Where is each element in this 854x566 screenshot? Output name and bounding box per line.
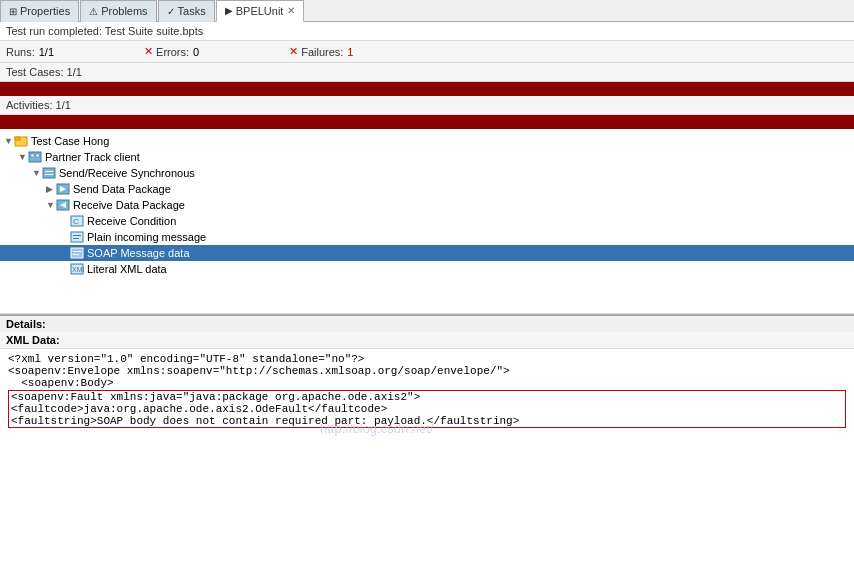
tasks-icon: ✓ xyxy=(167,6,175,17)
test-cases-fill xyxy=(0,82,854,96)
xml-line-2: <soapenv:Envelope xmlns:soapenv="http://… xyxy=(8,365,846,377)
tree-item-test-case-hong[interactable]: ▼ Test Case Hong xyxy=(0,133,854,149)
expand-arrow-hong: ▼ xyxy=(4,136,14,146)
svg-rect-18 xyxy=(73,251,81,252)
details-label: Details: xyxy=(6,318,46,330)
xml-line-5: <faultcode>java:org.apache.ode.axis2.Ode… xyxy=(8,403,846,415)
expand-arrow-plain xyxy=(60,232,70,242)
metrics-row: Runs: 1/1 ✕ Errors: 0 ✕ Failures: 1 xyxy=(0,41,854,63)
tree-section: ▼ Test Case Hong ▼ Partner Track client … xyxy=(0,129,854,314)
runs-value: 1/1 xyxy=(39,46,54,58)
svg-text:C: C xyxy=(73,217,79,226)
expand-arrow-partner: ▼ xyxy=(18,152,28,162)
test-case-hong-label: Test Case Hong xyxy=(31,135,109,147)
xml-section[interactable]: <?xml version="1.0" encoding="UTF-8" sta… xyxy=(0,349,854,566)
tree-item-send-data[interactable]: ▶ Send Data Package xyxy=(0,181,854,197)
receive-condition-label: Receive Condition xyxy=(87,215,176,227)
tree-item-receive-data[interactable]: ▼ Receive Data Package xyxy=(0,197,854,213)
tab-bpelunit[interactable]: ▶ BPELUnit ✕ xyxy=(216,0,305,22)
status-message: Test run completed: Test Suite suite.bpt… xyxy=(6,25,203,37)
tab-tasks-label: Tasks xyxy=(178,5,206,17)
tab-problems[interactable]: ⚠ Problems xyxy=(80,0,156,22)
failures-icon: ✕ xyxy=(289,45,298,58)
activities-fill xyxy=(0,115,854,129)
tree-item-receive-condition[interactable]: C Receive Condition xyxy=(0,213,854,229)
runs-metric: Runs: 1/1 xyxy=(6,46,54,58)
expand-arrow-condition xyxy=(60,216,70,226)
svg-rect-19 xyxy=(73,254,79,255)
svg-rect-5 xyxy=(43,168,55,178)
failures-value: 1 xyxy=(347,46,353,58)
failures-label: Failures: xyxy=(301,46,343,58)
tab-bar: ⊞ Properties ⚠ Problems ✓ Tasks ▶ BPELUn… xyxy=(0,0,854,22)
details-section-bar: Details: xyxy=(0,314,854,332)
activities-progress xyxy=(0,115,854,129)
tab-bpelunit-label: BPELUnit xyxy=(236,5,284,17)
expand-arrow-receive-data: ▼ xyxy=(46,200,56,210)
send-data-icon xyxy=(56,182,70,196)
runs-label: Runs: xyxy=(6,46,35,58)
tree-item-literal-xml[interactable]: XML Literal XML data xyxy=(0,261,854,277)
xml-line-6: <faultstring>SOAP body does not contain … xyxy=(8,415,846,428)
expand-arrow-soap xyxy=(60,248,70,258)
test-cases-text: Test Cases: 1/1 xyxy=(6,66,82,78)
tab-properties[interactable]: ⊞ Properties xyxy=(0,0,79,22)
main-container: Test run completed: Test Suite suite.bpt… xyxy=(0,22,854,566)
properties-icon: ⊞ xyxy=(9,6,17,17)
errors-metric: ✕ Errors: 0 xyxy=(144,45,199,58)
receive-data-icon xyxy=(56,198,70,212)
xml-data-label: XML Data: xyxy=(6,334,60,346)
errors-value: 0 xyxy=(193,46,199,58)
tab-problems-label: Problems xyxy=(101,5,147,17)
send-receive-icon xyxy=(42,166,56,180)
test-cases-label: Test Cases: 1/1 xyxy=(0,63,854,82)
plain-message-icon xyxy=(70,230,84,244)
svg-rect-14 xyxy=(71,232,83,242)
status-bar: Test run completed: Test Suite suite.bpt… xyxy=(0,22,854,41)
tree-item-plain-message[interactable]: Plain incoming message xyxy=(0,229,854,245)
bpelunit-icon: ▶ xyxy=(225,5,233,16)
xml-data-label-row: XML Data: xyxy=(0,332,854,349)
tree-item-send-receive[interactable]: ▼ Send/Receive Synchronous xyxy=(0,165,854,181)
test-cases-progress xyxy=(0,82,854,96)
errors-label: Errors: xyxy=(156,46,189,58)
xml-line-3: <soapenv:Body> xyxy=(8,377,846,389)
problems-icon: ⚠ xyxy=(89,6,98,17)
expand-arrow-send-data: ▶ xyxy=(46,184,56,194)
tab-tasks[interactable]: ✓ Tasks xyxy=(158,0,215,22)
svg-text:XML: XML xyxy=(72,266,84,273)
svg-rect-17 xyxy=(71,248,83,258)
expand-arrow-literal xyxy=(60,264,70,274)
plain-message-label: Plain incoming message xyxy=(87,231,206,243)
test-case-hong-icon xyxy=(14,134,28,148)
svg-rect-1 xyxy=(15,137,20,140)
literal-xml-icon: XML xyxy=(70,262,84,276)
tree-item-partner-track[interactable]: ▼ Partner Track client xyxy=(0,149,854,165)
svg-rect-15 xyxy=(73,235,81,236)
errors-icon: ✕ xyxy=(144,45,153,58)
soap-message-icon xyxy=(70,246,84,260)
tab-close-button[interactable]: ✕ xyxy=(287,5,295,16)
partner-track-icon xyxy=(28,150,42,164)
literal-xml-label: Literal XML data xyxy=(87,263,167,275)
svg-rect-16 xyxy=(73,238,79,239)
svg-rect-7 xyxy=(45,174,53,175)
activities-label: Activities: 1/1 xyxy=(0,96,854,115)
svg-rect-6 xyxy=(45,171,53,172)
xml-area: <?xml version="1.0" encoding="UTF-8" sta… xyxy=(0,349,854,433)
xml-line-4: <soapenv:Fault xmlns:java="java:package … xyxy=(8,390,846,403)
svg-rect-3 xyxy=(31,154,34,157)
xml-line-1: <?xml version="1.0" encoding="UTF-8" sta… xyxy=(8,353,846,365)
svg-rect-4 xyxy=(36,154,39,157)
receive-condition-icon: C xyxy=(70,214,84,228)
soap-message-label: SOAP Message data xyxy=(87,247,190,259)
failures-metric: ✕ Failures: 1 xyxy=(289,45,353,58)
receive-data-label: Receive Data Package xyxy=(73,199,185,211)
send-receive-label: Send/Receive Synchronous xyxy=(59,167,195,179)
partner-track-label: Partner Track client xyxy=(45,151,140,163)
expand-arrow-send-receive: ▼ xyxy=(32,168,42,178)
activities-text: Activities: 1/1 xyxy=(6,99,71,111)
tab-properties-label: Properties xyxy=(20,5,70,17)
tree-item-soap-message[interactable]: SOAP Message data xyxy=(0,245,854,261)
send-data-label: Send Data Package xyxy=(73,183,171,195)
